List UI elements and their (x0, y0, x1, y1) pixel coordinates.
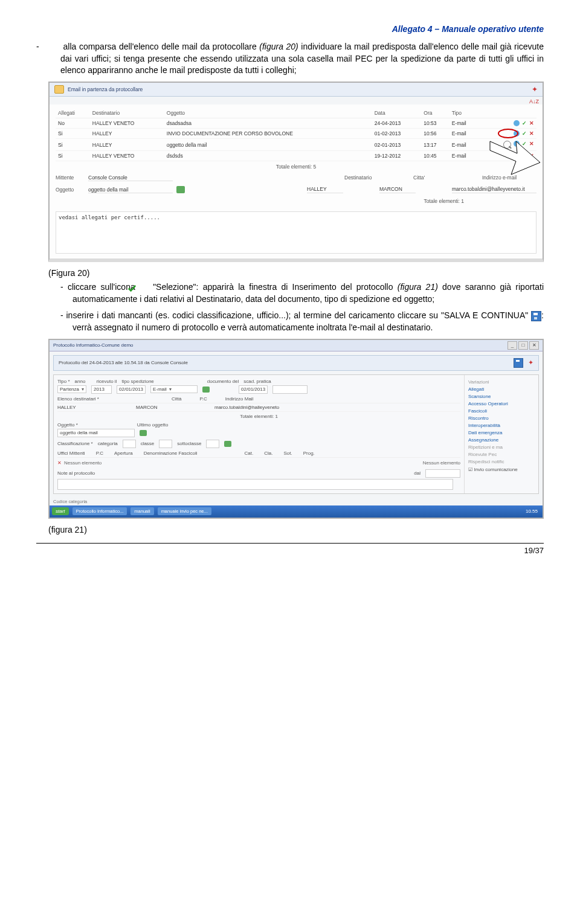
link-variazioni[interactable]: Variazioni (468, 379, 535, 385)
page-header: Allegato 4 – Manuale operativo utente (36, 24, 544, 34)
email-table: Allegati Destinatario Oggetto Data Ora T… (56, 108, 536, 162)
taskbar-item[interactable]: Protocollo Informatico... (72, 507, 127, 515)
apertura-label: Apertura (114, 451, 133, 456)
mittente-label: Mittente (56, 175, 88, 181)
pc-label: P.C (96, 451, 103, 456)
mittente-value: Console Console (88, 175, 173, 181)
callout-arrow (487, 138, 541, 182)
p2-after: "Selezione": apparirà la finestra di Ins… (149, 282, 398, 292)
delete-icon[interactable]: ✕ (529, 130, 534, 136)
footer-divider (36, 543, 544, 544)
panel-text: Protocollo del 24-04-2013 alle 10.54.18 … (59, 360, 188, 365)
minimize-icon[interactable]: _ (507, 341, 517, 350)
classif-label: Classificazione * (57, 441, 93, 446)
tag-icon[interactable] (202, 387, 210, 393)
taskbar-item[interactable]: manuali (130, 507, 153, 515)
oggetto-input[interactable]: oggetto della mail (57, 429, 135, 437)
ultimoogg-label: Ultimo oggetto (137, 422, 169, 428)
protocol-form: Tipo * anno ricevuto il tipo spedizione … (54, 375, 464, 493)
close-icon[interactable]: ✦ (532, 85, 538, 94)
maximize-icon[interactable]: □ (518, 341, 528, 350)
p1-figref: (figura 20) (259, 42, 298, 51)
scadpratica-label: scad. pratica (243, 379, 271, 384)
docdel-label: documento del (207, 379, 239, 384)
svg-marker-0 (490, 141, 540, 175)
table-header-row: Allegati Destinatario Oggetto Data Ora T… (56, 108, 536, 118)
message-body: vedasi allegati per certif..... (56, 211, 536, 254)
link-scansione[interactable]: Scansione (468, 394, 535, 399)
link-ripetizioni[interactable]: Ripetizioni e ma (468, 444, 535, 450)
link-riscontro[interactable]: Riscontro (468, 415, 535, 421)
check-icon[interactable]: ✓ (522, 120, 527, 126)
link-fascicoli[interactable]: Fascicoli (468, 408, 535, 414)
table-row[interactable]: SiHALLEYINVIO DOCUMENTAZIONE PER CORSO B… (56, 129, 536, 139)
check-icon[interactable]: ✓ (522, 130, 527, 136)
indirmail-col: Indirizzo Mail (225, 396, 254, 402)
categoria-input[interactable] (123, 440, 136, 448)
save-button[interactable] (514, 358, 523, 368)
cla-label: Cla. (264, 451, 272, 456)
indir-value: marco.tobaldini@halleyveneto.it (452, 186, 536, 193)
cat-label: Cat. (245, 451, 254, 456)
anno-input[interactable]: 2013 (91, 385, 112, 394)
link-interop[interactable]: Interoperabilità (468, 423, 535, 428)
checkbox-inviocomm[interactable]: ☑ Invio comunicazione (468, 467, 535, 472)
tag-icon[interactable] (224, 441, 231, 447)
close-icon[interactable]: ✕ (529, 341, 539, 350)
citta-label: Citta' (413, 175, 446, 181)
panel-title: Email in partenza da protocollare (68, 86, 143, 92)
tiposped-select[interactable]: E-mail (150, 385, 198, 393)
panel-header: Email in partenza da protocollare ✦ (50, 83, 543, 97)
tipo-select[interactable]: Partenza (57, 385, 86, 393)
total-bottom: Totale elementi: 1 (56, 196, 536, 207)
delete-icon[interactable]: ✕ (529, 120, 534, 126)
note-input[interactable] (57, 479, 453, 490)
globe-icon[interactable] (514, 120, 520, 126)
link-datiemerg[interactable]: Dati emergenza (468, 430, 535, 435)
close-panel-icon[interactable]: ✦ (528, 359, 533, 367)
categoria-label: categoria (98, 441, 118, 446)
link-rispedisci[interactable]: Rispedisci notific (468, 459, 535, 464)
ricevuto-label: ricevuto il (97, 379, 117, 384)
paragraph-1: - alla comparsa dell'elenco delle mail d… (60, 41, 544, 77)
start-button[interactable]: start (52, 507, 69, 515)
indirmail-cell: marco.tobaldini@halleyveneto (214, 405, 279, 410)
link-allegati[interactable]: Allegati (468, 387, 535, 392)
figure-21-label: (figura 21) (48, 525, 544, 534)
docdel-input[interactable]: 02/01/2013 (239, 385, 268, 394)
link-accesso[interactable]: Accesso Operatori (468, 401, 535, 406)
col-ora: Ora (421, 108, 449, 118)
ricevuto-input[interactable]: 02/01/2013 (117, 385, 146, 394)
citta-cell: MARCON (136, 405, 172, 410)
denom-label: Denominazione Fascicoli (144, 451, 198, 456)
side-links: Variazioni Allegati Scansione Accesso Op… (464, 375, 538, 493)
tipo-label: Tipo * (57, 379, 70, 384)
link-ricevute[interactable]: Ricevute Pec (468, 452, 535, 457)
paragraph-3: - inserire i dati mancanti (es. codici c… (72, 310, 544, 333)
nessun-elemento: ✕Nessun elemento (57, 459, 102, 467)
link-assegnazione[interactable]: Assegnazione (468, 437, 535, 443)
col-data: Data (372, 108, 422, 118)
table-row[interactable]: NoHALLEY VENETOdsadsadsa24-04-201310:53E… (56, 118, 536, 129)
citta-col: Città (172, 396, 181, 402)
classe-input[interactable] (159, 440, 172, 448)
tag-icon[interactable] (140, 430, 147, 436)
note-icon[interactable] (176, 186, 185, 193)
sottoclasse-input[interactable] (206, 440, 219, 448)
pc-col: P.C (199, 396, 207, 402)
taskbar-item[interactable]: manuale invio pec ne... (158, 507, 211, 515)
noteprot-label: Note al protocollo (57, 470, 95, 476)
scadpratica-input[interactable] (272, 385, 308, 394)
table-row[interactable]: SiHALLEY VENETOdsdsds19-12-201210:45E-ma… (56, 151, 536, 161)
col-tipo: Tipo (450, 108, 480, 118)
sort-icon[interactable]: A↓Z (50, 97, 543, 104)
dal-input[interactable] (425, 469, 460, 478)
table-row[interactable]: HALLEY MARCON marco.tobaldini@halleyvene… (57, 403, 460, 412)
classe-label: classe (141, 441, 155, 446)
figure-20-screenshot: Email in partenza da protocollare ✦ A↓Z … (48, 82, 544, 263)
paragraph-2: - cliccare sull'icona "Selezione": appar… (72, 281, 544, 305)
table-row[interactable]: SiHALLEYoggetto della mail02-01-201313:1… (56, 139, 536, 151)
sot-label: Sot. (283, 451, 292, 456)
selezione-icon (140, 284, 149, 292)
figure-21-screenshot: Protocollo Informatico-Comune demo _ □ ✕… (48, 339, 544, 519)
